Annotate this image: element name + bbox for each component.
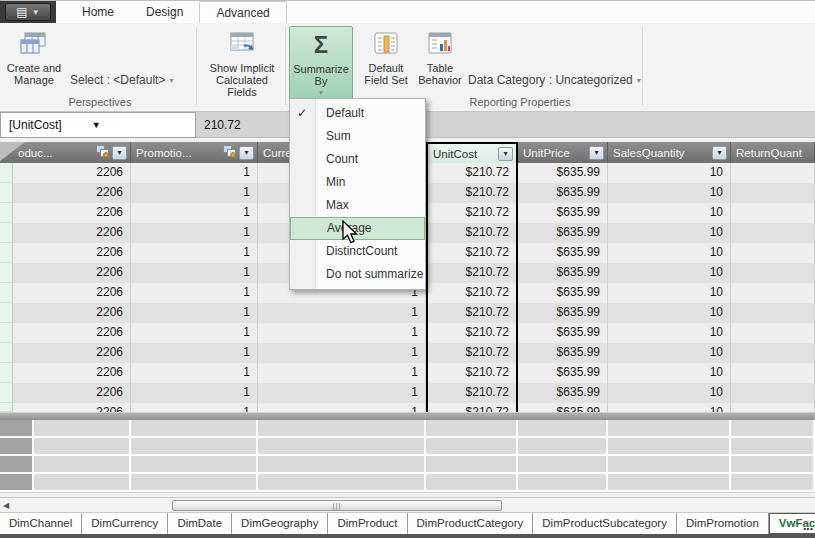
cell[interactable]: $210.72 — [426, 383, 518, 403]
cell[interactable]: 2206 — [13, 403, 131, 412]
cell[interactable]: 10 — [608, 363, 731, 383]
calc-cell[interactable] — [518, 456, 608, 474]
cell[interactable]: 10 — [608, 343, 731, 363]
cell[interactable]: 1 — [131, 183, 258, 203]
cell[interactable]: $210.72 — [426, 323, 518, 343]
cell[interactable]: 1 — [258, 383, 426, 403]
calc-row-header[interactable] — [0, 474, 34, 492]
tab-overflow-indicator[interactable]: ... — [803, 519, 813, 533]
cell[interactable]: 10 — [608, 323, 731, 343]
cell[interactable]: 2206 — [13, 303, 131, 323]
menu-item-min[interactable]: Min — [290, 171, 425, 194]
formula-input[interactable]: 210.72 — [204, 112, 241, 138]
cell[interactable] — [731, 183, 815, 203]
name-box[interactable]: [UnitCost] ▼ — [0, 112, 196, 138]
summarize-by-button[interactable]: Σ Summarize By ▾ — [289, 26, 353, 100]
scroll-left-arrow-icon[interactable]: ◀ — [3, 501, 9, 510]
cell[interactable]: $210.72 — [426, 263, 518, 283]
cell[interactable]: $210.72 — [426, 163, 518, 183]
sheet-tab-dimproductsubcategory[interactable]: DimProductSubcategory — [533, 513, 677, 534]
create-and-manage-button[interactable]: Create and Manage — [2, 26, 66, 86]
cell[interactable] — [731, 243, 815, 263]
calc-cell[interactable] — [731, 474, 815, 492]
cell[interactable]: $210.72 — [426, 183, 518, 203]
row-header[interactable] — [0, 163, 13, 183]
select-perspective-dropdown[interactable]: Select : <Default> ▾ — [70, 73, 173, 87]
cell[interactable]: $635.99 — [518, 363, 608, 383]
menu-item-default[interactable]: ✓Default — [290, 102, 425, 125]
cell[interactable]: $635.99 — [518, 203, 608, 223]
cell[interactable]: $635.99 — [518, 263, 608, 283]
cell[interactable] — [731, 403, 815, 412]
cell[interactable]: 10 — [608, 243, 731, 263]
sheet-tab-dimproduct[interactable]: DimProduct — [328, 513, 407, 534]
column-filter-dropdown-icon[interactable]: ▾ — [498, 147, 513, 161]
cell[interactable] — [731, 283, 815, 303]
calc-cell[interactable] — [731, 456, 815, 474]
sheet-tab-dimcurrency[interactable]: DimCurrency — [82, 513, 168, 534]
calc-row-header[interactable] — [0, 420, 34, 438]
calc-cell[interactable] — [518, 438, 608, 456]
menu-item-count[interactable]: Count — [290, 148, 425, 171]
cell[interactable]: 10 — [608, 283, 731, 303]
cell[interactable]: 2206 — [13, 323, 131, 343]
cell[interactable]: 1 — [258, 343, 426, 363]
row-header[interactable] — [0, 383, 13, 403]
cell[interactable]: 10 — [608, 203, 731, 223]
cell[interactable] — [731, 203, 815, 223]
ribbon-tab-home[interactable]: Home — [66, 1, 130, 23]
cell[interactable]: 1 — [131, 243, 258, 263]
cell[interactable]: $210.72 — [426, 303, 518, 323]
cell[interactable]: 1 — [131, 283, 258, 303]
cell[interactable]: $635.99 — [518, 403, 608, 412]
calc-cell[interactable] — [131, 438, 258, 456]
cell[interactable]: $635.99 — [518, 383, 608, 403]
cell[interactable] — [731, 323, 815, 343]
row-header[interactable] — [0, 223, 13, 243]
calc-cell[interactable] — [258, 474, 426, 492]
calc-cell[interactable] — [426, 420, 518, 438]
cell[interactable]: 2206 — [13, 343, 131, 363]
cell[interactable] — [731, 163, 815, 183]
calc-cell[interactable] — [34, 456, 131, 474]
calc-row-header[interactable] — [0, 456, 34, 474]
cell[interactable]: 1 — [258, 363, 426, 383]
row-header[interactable] — [0, 183, 13, 203]
cell[interactable]: 10 — [608, 263, 731, 283]
calc-cell[interactable] — [426, 456, 518, 474]
cell[interactable]: 1 — [131, 223, 258, 243]
cell[interactable]: 1 — [131, 303, 258, 323]
cell[interactable]: $635.99 — [518, 343, 608, 363]
cell[interactable]: $635.99 — [518, 183, 608, 203]
column-filter-dropdown-icon[interactable]: ▾ — [112, 146, 127, 160]
cell[interactable]: 1 — [131, 203, 258, 223]
cell[interactable]: 1 — [131, 383, 258, 403]
cell[interactable]: 2206 — [13, 283, 131, 303]
scrollbar-thumb[interactable]: ||| — [172, 500, 502, 511]
cell[interactable] — [731, 383, 815, 403]
cell[interactable]: 1 — [258, 403, 426, 412]
cell[interactable]: 2206 — [13, 183, 131, 203]
cell[interactable]: $210.72 — [426, 403, 518, 412]
cell[interactable]: 2206 — [13, 363, 131, 383]
cell[interactable]: 1 — [258, 323, 426, 343]
cell[interactable]: $635.99 — [518, 283, 608, 303]
row-header[interactable] — [0, 203, 13, 223]
row-header[interactable] — [0, 283, 13, 303]
ribbon-tab-advanced[interactable]: Advanced — [199, 1, 286, 23]
cell[interactable]: $635.99 — [518, 323, 608, 343]
cell[interactable]: 2206 — [13, 163, 131, 183]
calc-cell[interactable] — [608, 456, 731, 474]
data-category-dropdown[interactable]: Data Category : Uncategorized ▾ — [468, 73, 641, 87]
sheet-tab-dimdate[interactable]: DimDate — [168, 513, 232, 534]
row-header[interactable] — [0, 323, 13, 343]
calc-cell[interactable] — [518, 420, 608, 438]
column-filter-dropdown-icon[interactable]: ▾ — [589, 146, 604, 160]
calc-cell[interactable] — [426, 438, 518, 456]
row-header[interactable] — [0, 243, 13, 263]
menu-item-do-not-summarize[interactable]: Do not summarize — [290, 263, 425, 286]
calc-cell[interactable] — [258, 438, 426, 456]
column-header-promotio[interactable]: Promotio...▾ — [131, 142, 258, 163]
calc-cell[interactable] — [258, 456, 426, 474]
row-header[interactable] — [0, 403, 13, 412]
